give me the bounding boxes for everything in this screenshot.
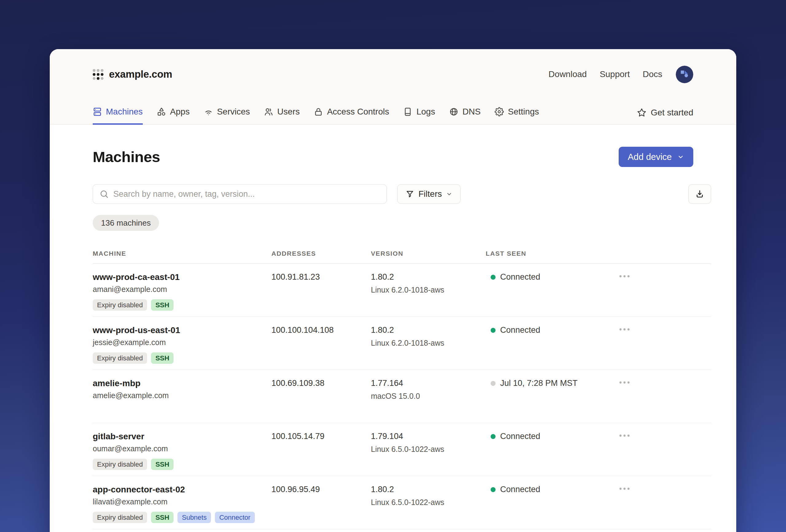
last-seen-text: Connected: [500, 272, 540, 282]
machine-address: 100.100.104.108: [272, 317, 371, 370]
machine-os: macOS 15.0.0: [371, 392, 486, 401]
nav-link-download[interactable]: Download: [549, 69, 587, 79]
machine-address: 100.69.109.38: [272, 370, 371, 423]
row-menu-button[interactable]: [618, 272, 631, 279]
machine-owner: amelie@example.com: [93, 391, 272, 400]
last-seen-cell: Connected: [486, 423, 618, 476]
toolbar: Filters: [93, 184, 693, 204]
search-input[interactable]: [93, 184, 387, 204]
row-menu-button[interactable]: [618, 432, 631, 439]
tab-apps[interactable]: Apps: [157, 107, 190, 125]
row-menu-cell: [618, 317, 632, 370]
machine-os: Linux 6.5.0-1022-aws: [371, 445, 486, 454]
machine-cell: www-prod-us-east-01 jessie@example.com E…: [93, 317, 272, 370]
wifi-icon: [204, 107, 213, 116]
star-icon: [637, 108, 646, 117]
badge-expiry-disabled: Expiry disabled: [93, 512, 147, 523]
filters-button[interactable]: Filters: [397, 184, 461, 204]
badge-expiry-disabled: Expiry disabled: [93, 299, 147, 311]
status-dot-connected: [491, 434, 495, 439]
table-row: gitlab-server oumar@example.com Expiry d…: [93, 423, 711, 476]
add-device-button[interactable]: Add device: [619, 147, 694, 167]
machine-name[interactable]: www-prod-us-east-01: [93, 325, 272, 335]
table-row: app-connector-east-02 lilavati@example.c…: [93, 476, 711, 529]
tab-settings[interactable]: Settings: [494, 107, 539, 125]
org-name: example.com: [109, 68, 172, 80]
ellipsis-icon: [618, 434, 631, 438]
filter-funnel-icon: [406, 190, 414, 198]
logbook-icon: [403, 107, 412, 116]
machine-address: 100.105.14.79: [272, 423, 371, 476]
machine-cell: gitlab-server oumar@example.com Expiry d…: [93, 423, 272, 476]
machine-owner: jessie@example.com: [93, 338, 272, 347]
admin-console-window: example.com Download Support Docs: [50, 49, 736, 532]
badge-expiry-disabled: Expiry disabled: [93, 352, 147, 364]
machine-version: 1.79.104: [371, 432, 486, 441]
version-cell: 1.80.2 Linux 6.5.0-1022-aws: [371, 476, 486, 529]
header: example.com Download Support Docs: [50, 49, 736, 125]
row-menu-button[interactable]: [618, 325, 631, 332]
machine-address: 100.91.81.23: [272, 264, 371, 317]
tab-services[interactable]: Services: [204, 107, 250, 125]
top-nav: Download Support Docs: [549, 66, 693, 83]
get-started-link[interactable]: Get started: [637, 108, 693, 124]
machine-name[interactable]: amelie-mbp: [93, 378, 272, 388]
users-icon: [264, 107, 273, 116]
gear-icon: [494, 107, 504, 116]
badge-ssh: SSH: [151, 352, 174, 364]
tab-users[interactable]: Users: [264, 107, 300, 125]
row-menu-cell: [618, 370, 632, 423]
machine-name[interactable]: www-prod-ca-east-01: [93, 272, 272, 282]
last-seen-text: Connected: [500, 485, 540, 494]
tab-dns[interactable]: DNS: [449, 107, 481, 125]
status-dot-idle: [491, 381, 495, 386]
last-seen-cell: Connected: [486, 264, 618, 317]
col-header-machine: MACHINE: [93, 250, 272, 257]
last-seen-text: Connected: [500, 325, 540, 335]
brand-logo-icon: [93, 69, 103, 80]
badge-subnets: Subnets: [178, 512, 211, 523]
machine-owner: oumar@example.com: [93, 444, 272, 453]
ellipsis-icon: [618, 380, 631, 385]
machine-cell: app-connector-east-02 lilavati@example.c…: [93, 476, 272, 529]
machines-table: MACHINE ADDRESSES VERSION LAST SEEN www-…: [93, 250, 711, 529]
badge-ssh: SSH: [151, 299, 174, 311]
export-machines-button[interactable]: [688, 184, 711, 204]
row-menu-button[interactable]: [618, 485, 631, 492]
last-seen-cell: Connected: [486, 476, 618, 529]
status-dot-connected: [491, 275, 495, 280]
user-avatar[interactable]: [676, 66, 693, 83]
shapes-icon: [157, 107, 166, 116]
machine-badges: Expiry disabled SSH: [93, 352, 272, 364]
machine-version: 1.80.2: [371, 272, 486, 282]
chevron-down-icon: [677, 154, 684, 160]
table-row: amelie-mbp amelie@example.com 100.69.109…: [93, 370, 711, 423]
page-background: example.com Download Support Docs: [0, 0, 786, 532]
machine-owner: amani@example.com: [93, 285, 272, 294]
status-dot-connected: [491, 328, 495, 333]
ellipsis-icon: [618, 274, 631, 278]
tab-logs[interactable]: Logs: [403, 107, 435, 125]
table-header-row: MACHINE ADDRESSES VERSION LAST SEEN: [93, 250, 711, 264]
tab-machines[interactable]: Machines: [93, 107, 143, 125]
col-header-addresses: ADDRESSES: [272, 250, 371, 257]
nav-link-support[interactable]: Support: [600, 69, 630, 79]
tab-access-controls[interactable]: Access Controls: [314, 107, 389, 125]
machine-name[interactable]: app-connector-east-02: [93, 485, 272, 494]
version-cell: 1.80.2 Linux 6.2.0-1018-aws: [371, 264, 486, 317]
main-content: Machines Add device Filters: [50, 147, 736, 529]
chevron-down-icon: [446, 191, 452, 197]
last-seen-cell: Jul 10, 7:28 PM MST: [486, 370, 618, 423]
machine-owner: lilavati@example.com: [93, 497, 272, 506]
badge-ssh: SSH: [151, 512, 174, 523]
row-menu-button[interactable]: [618, 378, 631, 386]
nav-link-docs[interactable]: Docs: [643, 69, 662, 79]
last-seen-cell: Connected: [486, 317, 618, 370]
machine-address: 100.96.95.49: [272, 476, 371, 529]
version-cell: 1.80.2 Linux 6.2.0-1018-aws: [371, 317, 486, 370]
title-row: Machines Add device: [93, 147, 693, 167]
search-box: [93, 184, 387, 204]
machine-count-badge: 136 machines: [93, 215, 159, 231]
machine-name[interactable]: gitlab-server: [93, 432, 272, 441]
badge-connector: Connector: [215, 512, 255, 523]
